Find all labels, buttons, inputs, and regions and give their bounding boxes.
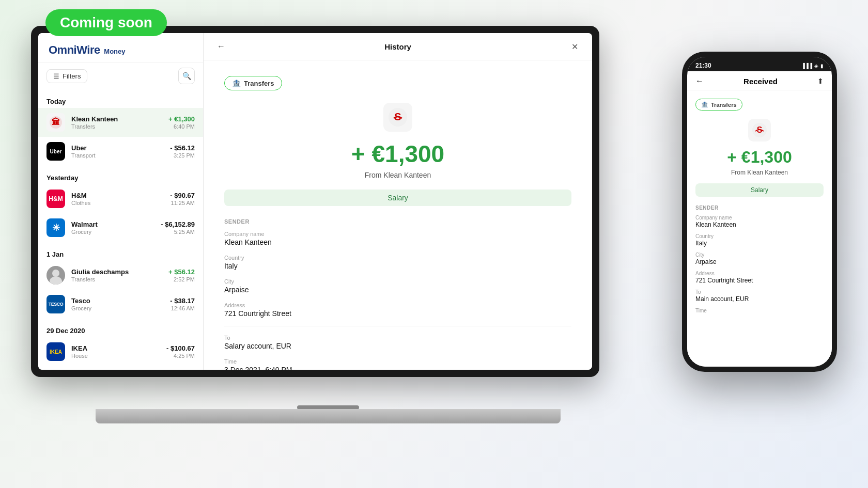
phone-salary-tag: Salary — [695, 183, 824, 197]
hm-logo-text: H&M — [49, 195, 63, 202]
logo-text: OmniWire — [49, 43, 103, 56]
phone-country-value: Italy — [695, 240, 824, 247]
phone-address-value: 721 Courtright Street — [695, 277, 824, 284]
laptop-screen-inner: OmniWire Money ☰ Filters 🔍 — [38, 33, 592, 370]
time-value: 3 Dec 2021, 6:40 PM — [224, 366, 571, 370]
phone-bank-icon: 🏦 — [701, 101, 708, 108]
phone-company-field: Company name Klean Kanteen — [695, 215, 824, 228]
phone-to-field: To Main account, EUR — [695, 289, 824, 303]
signal-icon: ▐▐▐ — [801, 63, 812, 69]
close-button[interactable]: ✕ — [567, 39, 582, 54]
sender-logo-large: S — [383, 103, 412, 132]
list-item[interactable]: Giulia deschamps Transfers + $56.12 2:52… — [38, 261, 203, 290]
yesterday-section: Yesterday — [38, 166, 203, 184]
phone-city-label: City — [695, 252, 824, 258]
ikea-logo-text: IKEA — [50, 349, 62, 355]
phone-sender-logo: S — [748, 119, 771, 141]
tx-info: Klean Kanteen Transfers — [71, 115, 168, 130]
phone-share-button[interactable]: ⬆ — [817, 77, 824, 85]
phone-country-label: Country — [695, 233, 824, 239]
phone-transfers-badge: 🏦 Transfers — [695, 99, 742, 111]
detail-from: From Klean Kanteen — [224, 171, 571, 179]
city-field: City Arpaise — [224, 278, 571, 294]
detail-panel: ← History ✕ 🏦 Transfers — [204, 33, 592, 370]
laptop-base — [96, 409, 561, 423]
tx-amount: - $100.67 — [166, 344, 195, 352]
divider — [224, 326, 571, 326]
to-value: Salary account, EUR — [224, 342, 571, 350]
list-item[interactable]: Uber Uber Transport - $56.12 3:25 PM — [38, 137, 203, 166]
phone-city-field: City Arpaise — [695, 252, 824, 265]
detail-amount: + €1,300 — [224, 140, 571, 168]
giulia-avatar-svg — [47, 266, 65, 285]
tx-name: Walmart — [71, 221, 161, 228]
back-button[interactable]: ← — [214, 39, 228, 54]
tx-amount-block: - $90.67 11:25 AM — [170, 192, 195, 206]
to-field: To Salary account, EUR — [224, 335, 571, 350]
phone-to-value: Main account, EUR — [695, 295, 824, 303]
transfers-badge: 🏦 Transfers — [224, 76, 282, 90]
tx-amount: - $6,152.89 — [161, 221, 195, 228]
back-arrow-icon: ← — [217, 42, 225, 51]
phone-back-button[interactable]: ← — [695, 76, 704, 86]
list-item[interactable]: Main account, USD - $250 — [38, 366, 203, 370]
phone-badge-label: Transfers — [711, 102, 737, 108]
tx-time: 2:52 PM — [168, 276, 195, 282]
coming-soon-badge: Coming soon — [45, 9, 167, 36]
tx-category: Grocery — [71, 229, 161, 235]
phone-from: From Klean Kanteen — [695, 169, 824, 176]
tx-name: Tesco — [71, 297, 170, 305]
salary-tag: Salary — [224, 190, 571, 206]
filter-icon: ☰ — [53, 72, 59, 80]
tx-info: Tesco Grocery — [71, 297, 170, 311]
company-name-value: Klean Kanteen — [224, 238, 571, 246]
country-label: Country — [224, 255, 571, 261]
tx-category: Transport — [71, 152, 170, 159]
hm-logo: H&M — [47, 190, 65, 208]
list-item[interactable]: IKEA IKEA House - $100.67 4:25 PM — [38, 337, 203, 366]
filters-button[interactable]: ☰ Filters — [47, 69, 87, 83]
history-header: ← History ✕ — [204, 33, 592, 60]
list-item[interactable]: TESCO Tesco Grocery - $38.17 12:46 AM — [38, 290, 203, 319]
tx-name: H&M — [71, 192, 170, 199]
laptop-screen: OmniWire Money ☰ Filters 🔍 — [31, 26, 599, 377]
transaction-list-panel: OmniWire Money ☰ Filters 🔍 — [38, 33, 204, 370]
phone-company-value: Klean Kanteen — [695, 221, 824, 228]
tx-amount: + €1,300 — [168, 115, 195, 123]
today-label: Today — [47, 98, 66, 105]
tx-amount: - $90.67 — [170, 192, 195, 199]
list-item[interactable]: H&M H&M Clothes - $90.67 11:25 AM — [38, 184, 203, 213]
phone-detail: 🏦 Transfers S + €1,300 From Klean Kantee — [687, 90, 832, 327]
wifi-icon: ◈ — [814, 63, 818, 69]
phone-status-icons: ▐▐▐ ◈ ▮ — [801, 63, 824, 69]
logo-area: OmniWire Money — [38, 33, 203, 62]
address-label: Address — [224, 302, 571, 308]
transactions-scroll: Today 🏛 Klean Kanteen Transfers — [38, 89, 203, 370]
klean-kanteen-logo: 🏛 — [47, 113, 65, 132]
tx-time: 5:25 AM — [161, 229, 195, 235]
phone-company-label: Company name — [695, 215, 824, 221]
tx-time: 3:25 PM — [170, 152, 195, 159]
tesco-logo-text: TESCO — [49, 302, 64, 307]
to-label: To — [224, 335, 571, 341]
tx-amount-block: - $56.12 3:25 PM — [170, 144, 195, 159]
list-item[interactable]: 🏛 Klean Kanteen Transfers + €1,300 6:40 … — [38, 108, 203, 137]
phone-address-label: Address — [695, 271, 824, 276]
history-title: History — [384, 42, 411, 51]
phone-header: ← Received ⬆ — [687, 71, 832, 90]
tx-amount: - $38.17 — [170, 297, 195, 305]
search-button[interactable]: 🔍 — [178, 68, 195, 84]
list-item[interactable]: ✳ Walmart Grocery - $6,152.89 5:25 AM — [38, 213, 203, 242]
tx-time: 6:40 PM — [168, 123, 195, 130]
giulia-logo — [47, 266, 65, 285]
tx-time: 4:25 PM — [166, 353, 195, 359]
company-name-field: Company name Klean Kanteen — [224, 231, 571, 246]
phone-amount: + €1,300 — [695, 148, 824, 167]
phone-santander-svg: S — [751, 122, 768, 138]
company-name-label: Company name — [224, 231, 571, 237]
detail-content: 🏦 Transfers S + €1,300 From Klean Kantee — [204, 60, 592, 370]
tesco-logo: TESCO — [47, 295, 65, 313]
jan1-label: 1 Jan — [47, 250, 64, 258]
tx-amount-block: + €1,300 6:40 PM — [168, 115, 195, 130]
phone-time: 21:30 — [695, 62, 711, 69]
